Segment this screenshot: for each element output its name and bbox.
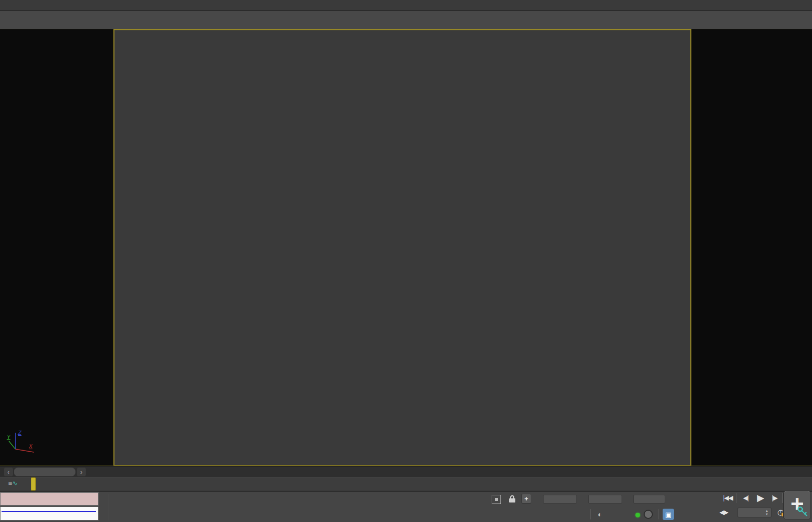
time-ruler[interactable] <box>0 477 812 491</box>
key-mode-toggle-icon[interactable]: ◀▶ <box>718 507 730 517</box>
frame-field-spinner[interactable]: ▲▼ <box>764 508 770 517</box>
world-axis-tripod: X Y Z <box>6 428 40 455</box>
status-bar: + ◐ ▣ <box>0 491 812 522</box>
statusbar-divider <box>108 494 108 520</box>
mini-curve-editor-button[interactable]: ≡∿ <box>8 479 18 487</box>
statusbar-divider3 <box>658 509 659 519</box>
svg-text:Y: Y <box>7 434 11 440</box>
main-toolbar <box>0 11 812 29</box>
degradation-count-badge[interactable] <box>644 510 653 519</box>
play-icon[interactable]: ▶ <box>753 492 768 504</box>
adaptive-degradation-icon[interactable]: ◐ <box>595 510 605 519</box>
z-coord-field[interactable] <box>633 495 665 504</box>
frame-indicator[interactable] <box>14 468 75 476</box>
menu-bar <box>0 0 812 11</box>
listener-text-line <box>2 511 96 512</box>
selection-lock-icon[interactable] <box>507 494 517 504</box>
go-to-start-icon[interactable]: |◀◀ <box>721 492 735 504</box>
transport-divider2 <box>782 493 783 503</box>
y-coord-field[interactable] <box>588 495 622 504</box>
svg-text:Z: Z <box>17 430 22 436</box>
viewport-selected-border <box>113 29 691 466</box>
viewport-letterbox-left <box>0 30 114 466</box>
maxscript-listener[interactable] <box>0 507 99 520</box>
lock-body <box>509 498 515 502</box>
time-tag-cube-icon[interactable]: ▣ <box>663 509 674 520</box>
statusbar-divider2 <box>590 509 591 519</box>
x-coord-field[interactable] <box>543 495 577 504</box>
svg-text:X: X <box>28 443 33 449</box>
previous-frame-icon[interactable]: ◀| <box>739 492 752 504</box>
status-green-dot <box>635 513 640 517</box>
isolate-selection-icon[interactable] <box>492 495 501 504</box>
3dsmax-window: X Y Z ‹ › ≡∿ + ◐ <box>0 0 812 522</box>
viewport-letterbox-right <box>691 30 812 466</box>
next-frame-arrow-button[interactable]: › <box>77 468 86 476</box>
key-icon <box>797 506 808 517</box>
maxscript-mini-listener[interactable] <box>0 492 99 506</box>
next-frame-icon[interactable]: |▶ <box>768 492 781 504</box>
time-slider-handle[interactable] <box>31 477 36 491</box>
transform-type-in-icon[interactable]: + <box>521 494 531 504</box>
previous-frame-arrow-button[interactable]: ‹ <box>4 468 13 476</box>
add-key-button[interactable]: + <box>783 490 811 520</box>
transport-divider <box>737 493 737 503</box>
time-slider-row: ‹ › <box>0 466 812 477</box>
